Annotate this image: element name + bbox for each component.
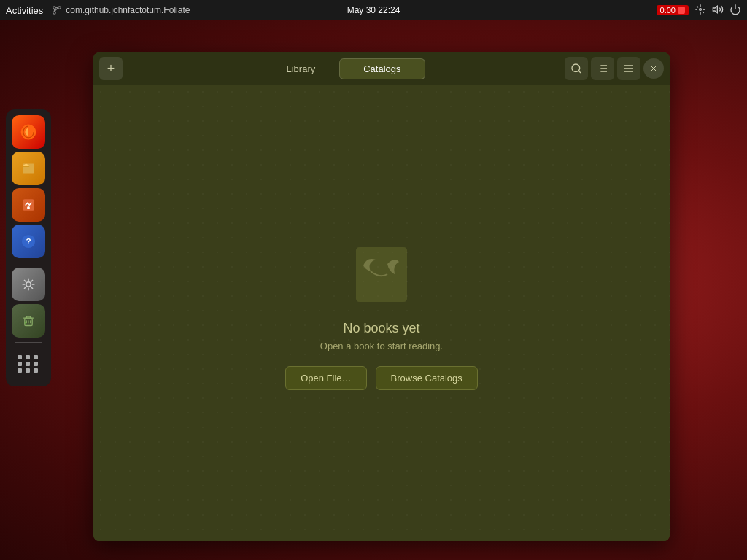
software-icon bbox=[19, 195, 38, 214]
dock-item-trash[interactable] bbox=[12, 304, 45, 338]
menu-button[interactable] bbox=[617, 57, 640, 80]
search-icon bbox=[570, 63, 582, 74]
record-icon bbox=[678, 7, 685, 14]
close-icon bbox=[649, 64, 658, 73]
firefox-icon bbox=[19, 122, 38, 141]
open-file-button[interactable]: Open File… bbox=[285, 366, 366, 390]
main-window: + Library Catalogs bbox=[93, 52, 670, 541]
svg-point-7 bbox=[700, 8, 702, 10]
sound-icon[interactable] bbox=[712, 4, 724, 18]
dock-item-files[interactable] bbox=[12, 152, 45, 185]
add-book-button[interactable]: + bbox=[99, 57, 123, 80]
window-header: + Library Catalogs bbox=[93, 52, 670, 85]
svg-point-21 bbox=[572, 64, 580, 72]
top-bar-left: Activities com.github.johnfactotum.Folia… bbox=[6, 5, 190, 16]
svg-marker-10 bbox=[713, 6, 717, 12]
header-tabs: Library Catalogs bbox=[125, 58, 562, 79]
hamburger-icon bbox=[623, 63, 635, 74]
branch-icon bbox=[52, 5, 62, 15]
tab-catalogs[interactable]: Catalogs bbox=[339, 58, 425, 79]
dock-item-settings[interactable] bbox=[12, 268, 45, 301]
tab-library[interactable]: Library bbox=[262, 58, 339, 79]
top-bar-right: 0:00 bbox=[657, 4, 741, 18]
svg-rect-14 bbox=[23, 166, 29, 166]
window-content: No books yet Open a book to start readin… bbox=[93, 85, 670, 541]
app-grid-icon bbox=[18, 355, 39, 373]
dock-item-grid[interactable] bbox=[12, 347, 45, 381]
list-view-icon bbox=[597, 63, 608, 74]
browse-catalogs-button[interactable]: Browse Catalogs bbox=[376, 366, 478, 390]
empty-subtitle: Open a book to start reading. bbox=[320, 341, 443, 351]
empty-state-icon bbox=[345, 236, 418, 309]
search-button[interactable] bbox=[565, 57, 588, 80]
svg-point-2 bbox=[53, 12, 56, 15]
settings-icon bbox=[19, 275, 38, 294]
dock-item-software[interactable] bbox=[12, 188, 45, 222]
svg-point-1 bbox=[58, 7, 61, 9]
close-button[interactable] bbox=[643, 58, 664, 79]
svg-line-5 bbox=[55, 8, 58, 12]
svg-point-16 bbox=[27, 206, 30, 209]
activities-button[interactable]: Activities bbox=[6, 5, 43, 16]
action-buttons: Open File… Browse Catalogs bbox=[285, 366, 478, 390]
svg-text:?: ? bbox=[26, 236, 31, 246]
dock-item-help[interactable]: ? bbox=[12, 225, 45, 258]
header-actions bbox=[565, 57, 664, 80]
dock: ? bbox=[6, 109, 51, 386]
list-view-button[interactable] bbox=[591, 57, 614, 80]
trash-icon bbox=[19, 311, 38, 330]
svg-point-19 bbox=[26, 282, 31, 287]
top-bar: Activities com.github.johnfactotum.Folia… bbox=[0, 0, 747, 20]
app-name-label: com.github.johnfactotum.Foliate bbox=[52, 5, 190, 15]
help-icon: ? bbox=[19, 232, 38, 251]
svg-line-22 bbox=[578, 71, 581, 73]
dock-divider bbox=[15, 262, 42, 263]
svg-point-0 bbox=[53, 7, 56, 9]
dock-divider-2 bbox=[15, 342, 42, 343]
power-icon[interactable] bbox=[729, 4, 741, 18]
dock-item-firefox[interactable] bbox=[12, 115, 45, 149]
network-icon[interactable] bbox=[694, 4, 706, 18]
empty-title: No books yet bbox=[343, 321, 419, 336]
svg-rect-6 bbox=[678, 7, 685, 14]
top-bar-datetime: May 30 22:24 bbox=[347, 5, 400, 15]
recording-badge[interactable]: 0:00 bbox=[657, 5, 689, 15]
files-icon bbox=[19, 159, 38, 178]
